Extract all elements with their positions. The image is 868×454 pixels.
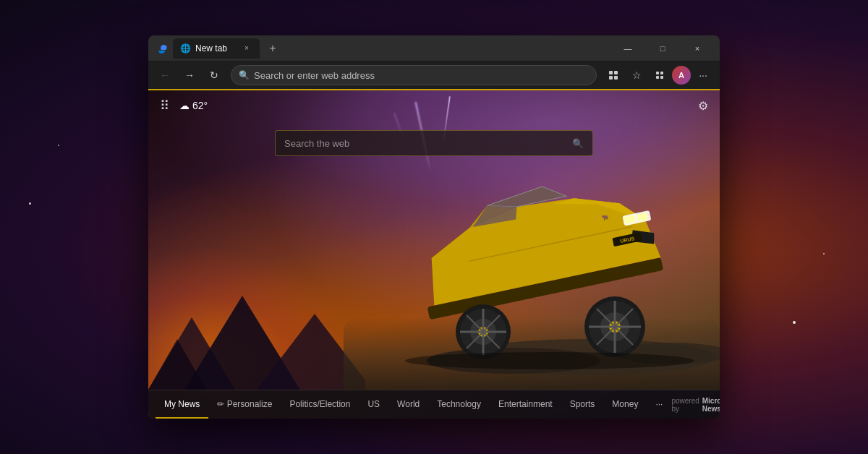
new-tab-button[interactable]: + [263,38,283,59]
search-container: Search the web 🔍 [275,130,593,156]
top-controls: ⠿ ☁ 62° ⚙ [148,98,720,113]
collections-icon[interactable] [603,64,624,86]
more-button[interactable]: ··· [692,64,714,86]
svg-rect-0 [609,71,613,74]
news-tab-entertainment[interactable]: Entertainment [490,390,561,419]
news-tab-personalize[interactable]: ✏ Personalize [208,390,281,419]
ms-news-credit: powered by Microsoft News [671,397,720,413]
bg-star-3 [793,321,796,324]
extensions-icon[interactable] [649,64,671,86]
svg-rect-6 [656,76,659,79]
close-button[interactable]: × [681,38,714,59]
mountains-svg [148,274,365,390]
address-bar[interactable]: 🔍 Search or enter web address [231,65,597,85]
tab-close-btn[interactable]: × [241,43,252,54]
forward-button[interactable]: → [179,64,200,86]
svg-text:🐂: 🐂 [600,213,609,221]
refresh-button[interactable]: ↻ [203,64,225,86]
tab-favicon: 🌐 [180,43,191,53]
active-tab[interactable]: 🌐 New tab × [173,38,260,59]
newtab-content: URUS 🐂 [148,90,720,419]
bg-star-1 [29,202,31,205]
svg-rect-7 [660,76,663,79]
svg-rect-2 [609,76,613,80]
search-submit-icon[interactable]: 🔍 [572,138,584,149]
toolbar: ← → ↻ 🔍 Search or enter web address ☆ A … [148,61,720,90]
news-tab-technology[interactable]: Technology [428,390,490,419]
maximize-button[interactable]: □ [646,38,679,59]
title-bar: 🌐 New tab × + — □ × [148,35,720,61]
svg-rect-4 [656,72,659,74]
search-placeholder: Search the web [284,138,566,149]
svg-rect-3 [614,76,618,80]
svg-rect-1 [614,71,618,74]
minimize-button[interactable]: — [611,38,644,59]
browser-window: 🌐 New tab × + — □ × ← → ↻ 🔍 Search or en… [148,35,720,419]
news-bar: My News ✏ Personalize Politics/Election … [148,390,720,419]
news-tab-more[interactable]: ··· [647,390,671,419]
news-tab-politics[interactable]: Politics/Election [281,390,359,419]
profile-button[interactable]: A [672,66,691,85]
search-bar[interactable]: Search the web 🔍 [275,130,593,156]
tab-title: New tab [195,43,227,53]
address-text: Search or enter web address [254,70,589,81]
svg-rect-5 [660,72,663,74]
bg-star-4 [823,253,825,254]
edge-icon [157,43,169,57]
news-tab-sports[interactable]: Sports [561,390,604,419]
news-tab-us[interactable]: US [359,390,388,419]
toolbar-right: ☆ A ··· [603,64,714,86]
car-svg: URUS 🐂 [369,147,720,379]
news-tab-world[interactable]: World [388,390,428,419]
search-icon-small: 🔍 [239,70,250,80]
tab-area: 🌐 New tab × + [154,38,611,59]
bg-star-2 [58,145,59,146]
news-tab-my-news[interactable]: My News [156,390,208,419]
favorites-icon[interactable]: ☆ [626,64,647,86]
weather-widget[interactable]: ☁ 62° [179,100,208,111]
settings-button[interactable]: ⚙ [698,99,708,113]
back-button[interactable]: ← [154,64,176,86]
window-controls: — □ × [611,38,714,59]
news-tab-money[interactable]: Money [603,390,647,419]
svg-point-39 [405,352,694,369]
apps-grid-button[interactable]: ⠿ [160,98,171,113]
